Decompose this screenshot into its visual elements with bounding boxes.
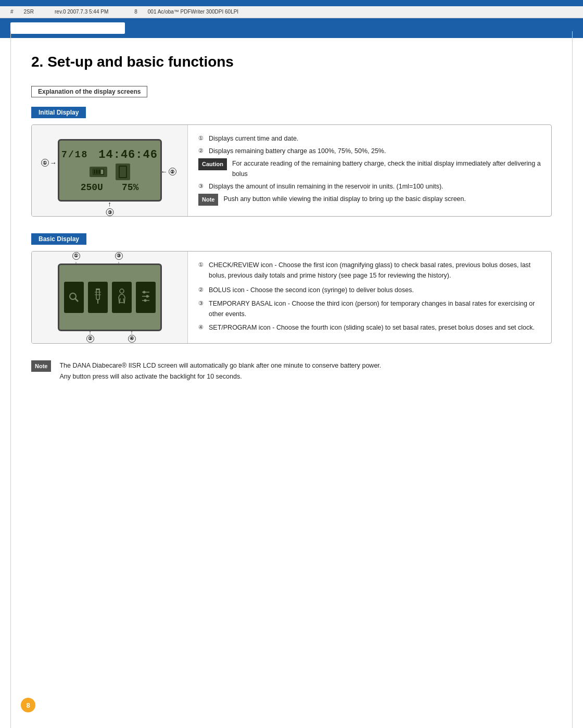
sliding-scale-icon <box>140 288 151 307</box>
ann3-content: ↑ ③ <box>106 200 113 216</box>
lcd-wrapper: ① → ← ② ↑ ③ <box>58 139 162 202</box>
basic-item2-text: BOLUS icon - Choose the second icon (syr… <box>209 285 414 295</box>
basic-item3-num: ③ <box>198 298 207 308</box>
page-content: 2. Set-up and basic functions Explanatio… <box>0 38 583 403</box>
basic-display-right: ① CHECK/REVIEW icon - Choose the first i… <box>188 252 551 343</box>
svg-point-14 <box>146 295 148 297</box>
ann3-circle: ③ <box>106 208 113 216</box>
lcd-reservoir-icon <box>119 166 127 178</box>
info-item-1: ① Displays current time and date. <box>198 133 541 144</box>
basic-item4-num: ④ <box>198 322 207 332</box>
svg-point-13 <box>143 291 145 293</box>
bottom-note-label: Note <box>31 360 51 372</box>
side-line-right <box>572 31 573 728</box>
bottom-note-text: The DANA Diabecare® IISR LCD screen will… <box>59 360 381 383</box>
lcd-row2 <box>90 164 130 180</box>
item1-num: ① <box>198 133 207 143</box>
bat-bar3 <box>98 170 100 174</box>
lcd-row1: 7/18 14:46:46 <box>61 148 158 161</box>
icons-row <box>64 282 156 313</box>
bolus-icon-block <box>88 282 108 313</box>
header-bar <box>0 18 583 38</box>
bat-bar4 <box>101 170 103 174</box>
basic-info-item-3: ③ TEMPORARY BASAL icon - Choose the thir… <box>198 298 541 319</box>
bat-bar2 <box>96 170 98 174</box>
note-label: Note <box>198 194 218 206</box>
basic-info-item-4: ④ SET/PROGRAM icon - Choose the fourth i… <box>198 322 541 333</box>
lcd-percent: 75% <box>122 182 138 193</box>
ann1-circle: ① <box>41 159 49 167</box>
basic-ann1-circle: ① <box>72 252 80 260</box>
basic-item1-text: CHECK/REVIEW icon - Choose the first ico… <box>209 260 541 281</box>
caution-block: Caution For accurate reading of the rema… <box>198 158 541 179</box>
initial-display-box: ① → ← ② ↑ ③ <box>31 124 552 217</box>
top-stripe <box>0 0 583 6</box>
svg-rect-6 <box>96 288 100 290</box>
basic-display-header: Basic Display <box>31 233 86 245</box>
basic-ann2-circle: ② <box>86 335 94 343</box>
lcd-basic-screen <box>58 263 162 331</box>
svg-rect-3 <box>97 299 98 304</box>
header-logo-area <box>10 22 125 34</box>
item3-text: Displays the amount of insulin remaining… <box>209 181 443 192</box>
syringe-icon <box>92 288 104 307</box>
lcd-date: 7/18 <box>61 149 88 160</box>
basic-lcd-wrapper: ① ↓ ③ ↓ ↑ ② ↑ ④ <box>58 263 162 331</box>
note-block: Note Push any button while viewing the i… <box>198 194 541 206</box>
temp-basal-icon-block <box>112 282 132 313</box>
ann1-label: ① → <box>41 159 57 167</box>
lcd-reservoir-area <box>116 164 130 180</box>
initial-display-section: Initial Display ① → ← ② <box>31 107 552 217</box>
meta-text: # 2SR rev.0 2007.7.3 5:44 PM 8 001 Ac/ob… <box>10 8 238 16</box>
side-line-left <box>10 31 11 728</box>
chapter-title: 2. Set-up and basic functions <box>31 54 552 70</box>
initial-display-right: ① Displays current time and date. ② Disp… <box>188 125 551 216</box>
basic-item1-num: ① <box>198 260 207 270</box>
basic-info-item-2: ② BOLUS icon - Choose the second icon (s… <box>198 285 541 295</box>
info-item-3: ③ Displays the amount of insulin remaini… <box>198 181 541 192</box>
lcd-battery <box>93 169 104 175</box>
lcd-row3: 250U 75% <box>81 182 139 193</box>
basic-item3-text: TEMPORARY BASAL icon - Choose the third … <box>209 298 541 319</box>
svg-rect-2 <box>96 289 99 299</box>
ann2-label: ← ② <box>161 168 176 175</box>
item2-num: ② <box>198 146 207 156</box>
basic-ann3-circle: ③ <box>115 252 123 260</box>
check-review-icon-block <box>64 282 84 313</box>
set-program-icon-block <box>136 282 156 313</box>
item3-num: ③ <box>198 181 207 191</box>
basic-item4-text: SET/PROGRAM icon - Choose the fourth ico… <box>209 322 535 333</box>
bottom-note-line1: The DANA Diabecare® IISR LCD screen will… <box>59 360 381 371</box>
caution-label: Caution <box>198 158 227 170</box>
magnifying-glass-icon <box>68 292 80 303</box>
svg-line-1 <box>75 298 78 302</box>
initial-display-header: Initial Display <box>31 107 86 118</box>
caution-text: For accurate reading of the remaining ba… <box>232 158 541 179</box>
lcd-initial: 7/18 14:46:46 <box>58 139 162 202</box>
lcd-time: 14:46:46 <box>98 148 158 161</box>
ann3-label: ↑ ③ <box>106 200 113 216</box>
explanation-label: Explanation of the display screens <box>31 86 147 97</box>
note-text: Push any button while viewing the initia… <box>223 194 466 204</box>
lcd-units: 250U <box>81 182 103 193</box>
item1-text: Displays current time and date. <box>209 133 298 144</box>
info-item-2: ② Displays remaining battery charge as 1… <box>198 146 541 156</box>
bat-bar1 <box>94 170 96 174</box>
bottom-note-line2: Any button press will also activate the … <box>59 371 381 382</box>
bottom-note: Note The DANA Diabecare® IISR LCD screen… <box>31 360 552 383</box>
basic-item2-num: ② <box>198 285 207 295</box>
svg-point-7 <box>120 289 124 293</box>
meta-bar: # 2SR rev.0 2007.7.3 5:44 PM 8 001 Ac/ob… <box>0 6 583 18</box>
basic-display-section: Basic Display ① ↓ ③ ↓ ↑ ② <box>31 233 552 344</box>
person-icon <box>116 288 128 307</box>
basic-display-box: ① ↓ ③ ↓ ↑ ② ↑ ④ <box>31 251 552 344</box>
basic-ann4-circle: ④ <box>128 335 136 343</box>
lcd-battery-area <box>90 167 107 177</box>
basic-display-left: ① ↓ ③ ↓ ↑ ② ↑ ④ <box>32 252 188 343</box>
ann1-arrow: → <box>50 159 57 167</box>
initial-display-left: ① → ← ② ↑ ③ <box>32 125 188 216</box>
ann2-circle: ② <box>169 168 176 175</box>
page-number: 8 <box>21 698 35 712</box>
item2-text: Displays remaining battery charge as 100… <box>209 146 386 156</box>
svg-point-15 <box>144 299 146 302</box>
